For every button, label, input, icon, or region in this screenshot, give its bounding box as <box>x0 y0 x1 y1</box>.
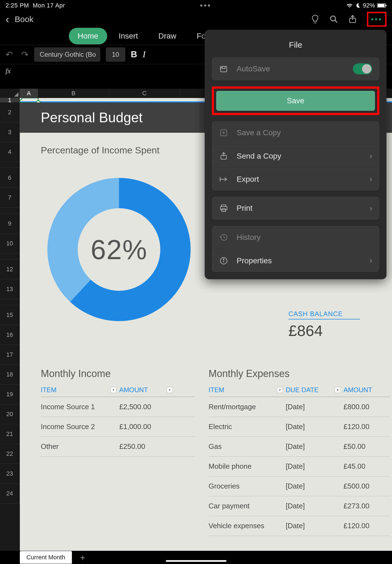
row-header[interactable]: 19 <box>0 384 20 404</box>
table-row[interactable]: Gas[Date]£50.00 <box>209 437 390 457</box>
cash-balance-value: £864 <box>288 322 323 340</box>
filter-dropdown-icon[interactable]: ▾ <box>167 387 173 393</box>
multitask-dots-icon[interactable]: ••• <box>200 1 211 10</box>
table-row[interactable]: Income Source 1£2,500.00 <box>41 397 195 417</box>
row-header[interactable]: 1 <box>0 98 20 102</box>
row-header[interactable]: 6 <box>0 168 20 188</box>
col-header-a[interactable]: A <box>20 89 38 98</box>
income-title: Monthly Income <box>41 368 195 379</box>
expenses-header-amount: AMOUNT <box>344 386 372 394</box>
sheet-tab-current[interactable]: Current Month <box>20 551 72 564</box>
table-row[interactable]: Car payment[Date]£273.00 <box>209 496 390 516</box>
add-sheet-icon[interactable]: ＋ <box>79 552 87 563</box>
expense-amount: £800.00 <box>344 397 385 417</box>
save-copy-icon <box>219 128 228 137</box>
table-row[interactable]: Other£250.00 <box>41 437 195 457</box>
svg-line-5 <box>335 20 337 23</box>
table-row[interactable]: Mobile phone[Date]£45.00 <box>209 457 390 476</box>
table-row[interactable]: Vehicle expenses[Date]£120.00 <box>209 516 390 536</box>
expense-amount: £120.00 <box>344 516 385 536</box>
expense-item: Electric <box>209 417 286 436</box>
row-header[interactable]: 7 <box>0 188 20 208</box>
row-header[interactable]: 4 <box>0 142 20 162</box>
svg-point-4 <box>331 16 336 21</box>
font-name-select[interactable]: Century Gothic (Bo <box>34 47 100 62</box>
income-amount: £2,500.00 <box>119 397 180 417</box>
italic-button[interactable]: I <box>143 49 146 59</box>
income-header-amount: AMOUNT <box>119 386 148 394</box>
row-header[interactable]: 13 <box>0 279 20 299</box>
save-button[interactable]: Save <box>216 91 375 111</box>
table-row[interactable]: Electric[Date]£120.00 <box>209 417 390 437</box>
ribbon-tab-draw[interactable]: Draw <box>150 28 185 44</box>
expense-due: [Date] <box>286 417 344 436</box>
row-header[interactable]: 21 <box>0 424 20 444</box>
ribbon-tab-home[interactable]: Home <box>69 28 107 44</box>
search-icon[interactable] <box>329 15 338 24</box>
row-header[interactable]: 2 <box>0 102 20 122</box>
row-header[interactable]: 18 <box>0 365 20 384</box>
row-header[interactable]: 22 <box>0 444 20 464</box>
donut-hole: 62% <box>78 208 160 291</box>
filter-dropdown-icon[interactable]: ▾ <box>110 387 117 393</box>
share-icon[interactable] <box>348 15 357 24</box>
document-title[interactable]: Book <box>15 15 33 24</box>
print-label: Print <box>237 204 361 213</box>
wifi-icon <box>346 3 353 8</box>
row-header[interactable]: 24 <box>0 484 20 503</box>
undo-icon[interactable]: ↶ <box>6 49 13 60</box>
row-header[interactable] <box>0 162 20 168</box>
properties-row[interactable]: Properties › <box>212 249 379 272</box>
autosave-toggle[interactable] <box>353 63 372 74</box>
expense-item: Groceries <box>209 476 286 496</box>
expense-amount: £500.00 <box>344 476 385 496</box>
income-item: Income Source 2 <box>41 417 119 436</box>
redo-icon[interactable]: ↷ <box>21 49 29 60</box>
expense-due: [Date] <box>286 516 344 536</box>
row-header[interactable] <box>0 253 20 259</box>
history-icon <box>219 233 228 242</box>
more-menu-button[interactable]: ••• <box>367 12 386 27</box>
row-header[interactable]: 3 <box>0 122 20 142</box>
font-size-select[interactable]: 10 <box>106 47 125 62</box>
autosave-label: AutoSave <box>237 64 345 73</box>
home-indicator[interactable] <box>166 560 226 562</box>
row-header[interactable]: 12 <box>0 259 20 279</box>
bold-button[interactable]: B <box>131 49 137 59</box>
table-row[interactable]: Income Source 2£1,000.00 <box>41 417 195 437</box>
export-icon <box>219 175 228 184</box>
row-header[interactable] <box>0 299 20 305</box>
filter-dropdown-icon[interactable]: ▾ <box>335 387 341 393</box>
row-header[interactable]: 9 <box>0 214 20 234</box>
row-header[interactable]: 16 <box>0 325 20 345</box>
table-row[interactable]: Groceries[Date]£500.00 <box>209 476 390 496</box>
expense-item: Car payment <box>209 496 286 516</box>
history-row: History <box>212 226 379 249</box>
row-header[interactable]: 17 <box>0 345 20 365</box>
expense-item: Mobile phone <box>209 457 286 476</box>
row-header[interactable] <box>0 208 20 214</box>
col-header-c[interactable]: C <box>109 89 180 98</box>
col-header-b[interactable]: B <box>38 89 109 98</box>
svg-rect-7 <box>221 66 227 72</box>
save-a-copy-row: Save a Copy <box>212 121 379 144</box>
row-header[interactable]: 20 <box>0 404 20 424</box>
row-header[interactable]: 23 <box>0 464 20 484</box>
ribbon-tab-insert[interactable]: Insert <box>110 28 147 44</box>
table-row[interactable]: Rent/mortgage[Date]£800.00 <box>209 397 390 417</box>
chevron-right-icon: › <box>370 204 372 213</box>
row-header[interactable]: 15 <box>0 305 20 325</box>
export-row[interactable]: Export › <box>212 167 379 191</box>
sheet-tabs-bar: Current Month ＋ <box>0 551 392 564</box>
back-chevron-icon[interactable]: ‹ <box>6 13 9 26</box>
print-row[interactable]: Print › <box>212 197 379 220</box>
filter-dropdown-icon[interactable]: ▾ <box>277 387 283 393</box>
income-item: Income Source 1 <box>41 397 119 417</box>
expense-item: Rent/mortgage <box>209 397 286 417</box>
autosave-row[interactable]: AutoSave <box>212 57 379 80</box>
ideas-lightbulb-icon[interactable] <box>311 15 320 24</box>
expense-item: Gas <box>209 437 286 456</box>
percent-spent-heading: Percentage of Income Spent <box>41 145 159 156</box>
row-header[interactable]: 10 <box>0 234 20 253</box>
send-a-copy-row[interactable]: Send a Copy › <box>212 144 379 167</box>
